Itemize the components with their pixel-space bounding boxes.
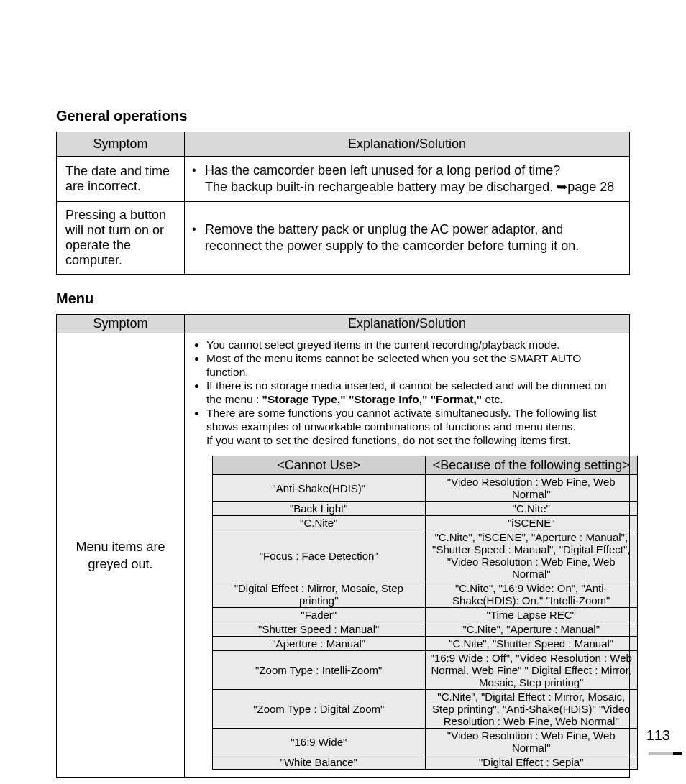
cell-right: "C.Nite", "Digital Effect : Mirror, Mosa…: [425, 690, 638, 729]
table-header-row: <Cannot Use> <Because of the following s…: [213, 456, 638, 475]
bullet-icon: •: [192, 162, 205, 178]
page-accent-bar: [649, 752, 682, 755]
cell-right: "16:9 Wide : Off", "Video Resolution : W…: [425, 651, 638, 690]
symptom-cell: Pressing a button will not turn on or op…: [57, 202, 185, 275]
table-row: "Anti-Shake(HDIS)" "Video Resolution : W…: [213, 475, 638, 502]
table-row: "Zoom Type : Digital Zoom" "C.Nite", "Di…: [213, 690, 638, 729]
section-title-general: General operations: [56, 108, 630, 124]
table-header-row: Symptom Explanation/Solution: [57, 132, 630, 157]
col-header-cannot-use: <Cannot Use>: [213, 456, 426, 475]
table-row: "Back Light" "C.Nite": [213, 502, 638, 516]
table-row: "C.Nite" "iSCENE": [213, 516, 638, 530]
col-header-symptom: Symptom: [57, 132, 185, 157]
table-header-row: Symptom Explanation/Solution: [57, 315, 630, 333]
cell-right: "C.Nite": [425, 502, 638, 516]
page-number: 113: [646, 727, 670, 744]
solution-line: Remove the battery pack or unplug the AC…: [205, 221, 622, 254]
col-header-because: <Because of the following setting>: [425, 456, 638, 475]
table-row: Pressing a button will not turn on or op…: [57, 202, 630, 275]
list-item: If there is no storage media inserted, i…: [206, 379, 623, 406]
table-row: "Aperture : Manual" "C.Nite", "Shutter S…: [213, 637, 638, 651]
cell-left: "Focus : Face Detection": [213, 530, 426, 581]
list-item: Most of the menu items cannot be selecte…: [206, 351, 623, 379]
solution-line: The backup built-in rechargeable battery…: [205, 179, 622, 195]
cell-right: "iSCENE": [425, 516, 638, 530]
table-row: The date and time are incorrect. • Has t…: [57, 157, 630, 202]
cell-left: "Aperture : Manual": [213, 637, 426, 651]
solution-line: Has the camcorder been left unused for a…: [205, 163, 560, 177]
cell-right: "Time Lapse REC": [425, 608, 638, 622]
cannot-use-table: <Cannot Use> <Because of the following s…: [212, 456, 638, 770]
cell-right: "Video Resolution : Web Fine, Web Normal…: [425, 729, 638, 755]
text-bold: "Storage Type," "Storage Info," "Format,…: [262, 393, 483, 405]
table-row: "Zoom Type : Intelli-Zoom" "16:9 Wide : …: [213, 651, 638, 690]
cell-right: "C.Nite", "16:9 Wide: On", "Anti-Shake(H…: [425, 581, 638, 608]
text-fragment: There are some functions you cannot acti…: [206, 407, 596, 433]
list-item: There are some functions you cannot acti…: [206, 406, 623, 447]
col-header-solution: Explanation/Solution: [185, 132, 630, 157]
cell-right: "C.Nite", "iSCENE", "Aperture : Manual",…: [425, 530, 638, 581]
text-fragment: If you want to set the desired functions…: [206, 433, 623, 447]
bullet-icon: •: [192, 221, 205, 237]
table-row: "Focus : Face Detection" "C.Nite", "iSCE…: [213, 530, 638, 581]
cell-left: "C.Nite": [213, 516, 426, 530]
cell-left: "Back Light": [213, 502, 426, 516]
page: General operations Symptom Explanation/S…: [0, 0, 686, 784]
cell-left: "Anti-Shake(HDIS)": [213, 475, 426, 502]
cell-left: "Zoom Type : Digital Zoom": [213, 690, 426, 729]
table-row: "Shutter Speed : Manual" "C.Nite", "Aper…: [213, 622, 638, 637]
cell-left: "Zoom Type : Intelli-Zoom": [213, 651, 426, 690]
cell-right: "Video Resolution : Web Fine, Web Normal…: [425, 475, 638, 502]
cell-left: "White Balance": [213, 755, 426, 770]
list-item: You cannot select greyed items in the cu…: [206, 338, 623, 351]
symptom-cell: The date and time are incorrect.: [57, 157, 185, 202]
cell-left: "16:9 Wide": [213, 729, 426, 755]
cell-left: "Fader": [213, 608, 426, 622]
cell-right: "C.Nite", "Shutter Speed : Manual": [425, 637, 638, 651]
symptom-cell: Menu items are greyed out.: [57, 333, 185, 778]
solution-bullet-list: You cannot select greyed items in the cu…: [188, 338, 626, 447]
table-row: "Digital Effect : Mirror, Mosaic, Step p…: [213, 581, 638, 608]
solution-cell: You cannot select greyed items in the cu…: [185, 333, 630, 778]
table-row: Menu items are greyed out. You cannot se…: [57, 333, 630, 778]
col-header-solution: Explanation/Solution: [185, 315, 630, 333]
solution-cell: • Has the camcorder been left unused for…: [185, 157, 630, 202]
cell-right: "Digital Effect : Sepia": [425, 755, 638, 770]
menu-table: Symptom Explanation/Solution Menu items …: [56, 314, 630, 778]
table-row: "White Balance" "Digital Effect : Sepia": [213, 755, 638, 770]
solution-cell: • Remove the battery pack or unplug the …: [185, 202, 630, 275]
table-row: "Fader" "Time Lapse REC": [213, 608, 638, 622]
cell-left: "Shutter Speed : Manual": [213, 622, 426, 637]
table-row: "16:9 Wide" "Video Resolution : Web Fine…: [213, 729, 638, 755]
cell-right: "C.Nite", "Aperture : Manual": [425, 622, 638, 637]
cell-left: "Digital Effect : Mirror, Mosaic, Step p…: [213, 581, 426, 608]
general-operations-table: Symptom Explanation/Solution The date an…: [56, 132, 630, 275]
col-header-symptom: Symptom: [57, 315, 185, 333]
section-title-menu: Menu: [56, 290, 630, 307]
text-fragment: etc.: [482, 393, 503, 405]
